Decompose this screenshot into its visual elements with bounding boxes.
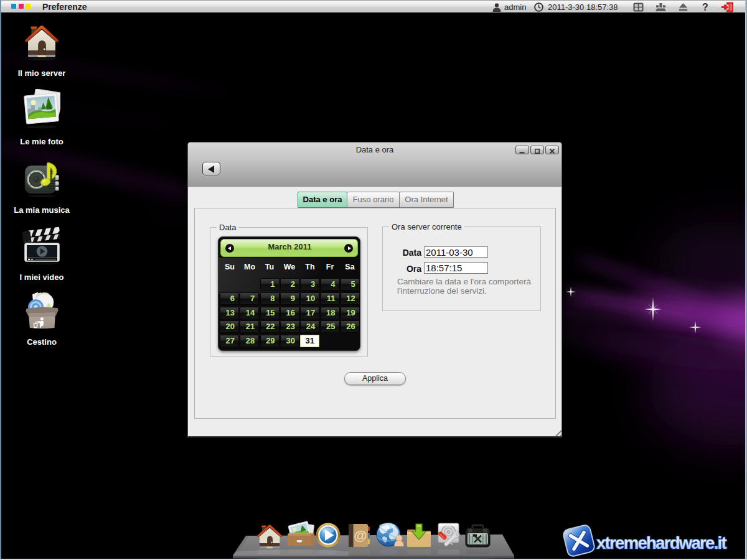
svg-text:@: @ — [354, 528, 367, 543]
svg-text:xtremehardware.it: xtremehardware.it — [596, 533, 727, 553]
